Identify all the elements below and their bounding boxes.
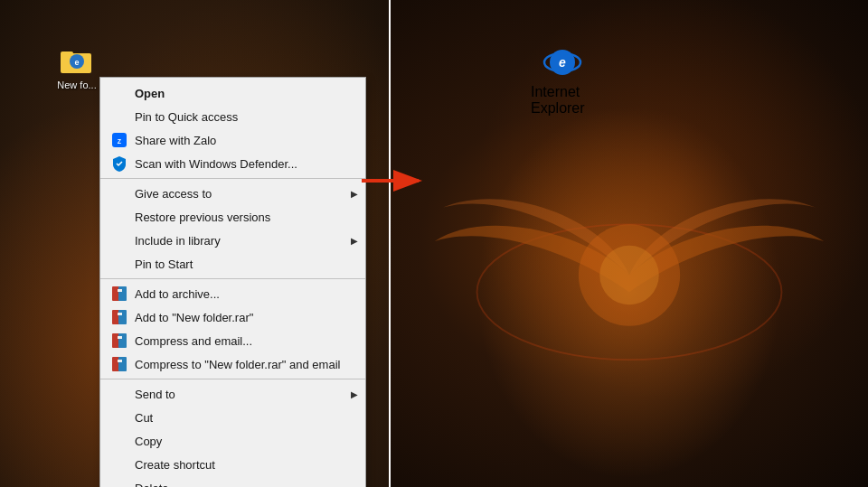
ie-icon-label: Internet Explorer	[531, 84, 594, 117]
menu-item-restore-versions[interactable]: Restore previous versions	[100, 205, 365, 229]
transition-arrow	[357, 167, 429, 194]
menu-item-add-new-folder-rar[interactable]: Add to "New folder.rar"	[100, 305, 365, 329]
library-icon	[111, 232, 127, 248]
svg-rect-8	[118, 289, 122, 292]
menu-item-delete[interactable]: Delete	[100, 476, 365, 487]
winrar-icon-4	[111, 356, 127, 372]
svg-rect-13	[118, 333, 127, 348]
winrar-icon-1	[111, 286, 127, 302]
context-menu: Open Pin to Quick access Z Share with Za…	[99, 77, 366, 487]
submenu-arrow-2: ▶	[351, 236, 358, 246]
folder-icon-label: New fo...	[57, 80, 96, 91]
separator-3	[100, 379, 365, 379]
menu-item-pin-start[interactable]: Pin to Start	[100, 252, 365, 276]
menu-item-share-zalo[interactable]: Z Share with Zalo	[100, 128, 365, 152]
winrar-icon-3	[111, 332, 127, 349]
svg-text:Z: Z	[118, 138, 122, 145]
menu-item-include-library[interactable]: Include in library ▶	[100, 229, 365, 252]
copy-icon	[111, 433, 127, 449]
menu-item-create-shortcut[interactable]: Create shortcut	[100, 453, 365, 476]
svg-rect-7	[118, 286, 127, 301]
svg-rect-1	[61, 52, 73, 57]
menu-item-copy[interactable]: Copy	[100, 429, 365, 453]
menu-item-scan-defender[interactable]: Scan with Windows Defender...	[100, 152, 365, 175]
defender-icon	[111, 155, 127, 172]
svg-rect-14	[118, 336, 122, 339]
svg-text:e: e	[559, 55, 566, 70]
shortcut-icon	[111, 456, 127, 473]
winrar-icon-2	[111, 309, 127, 325]
menu-item-cut[interactable]: Cut	[100, 406, 365, 429]
menu-item-compress-email[interactable]: Compress and email...	[100, 329, 365, 352]
internet-explorer-desktop-icon[interactable]: e Internet Explorer	[531, 41, 594, 117]
left-desktop-panel: e New fo... Open Pin to Quick access Z S…	[0, 0, 389, 487]
restore-icon	[111, 209, 127, 225]
start-pin-icon	[111, 256, 127, 272]
menu-item-open[interactable]: Open	[100, 81, 365, 105]
menu-item-send-to[interactable]: Send to ▶	[100, 382, 365, 406]
menu-item-add-archive[interactable]: Add to archive...	[100, 282, 365, 305]
svg-rect-16	[118, 357, 127, 371]
send-to-icon	[111, 386, 127, 402]
cut-icon	[111, 409, 127, 426]
pin-icon	[111, 108, 127, 125]
open-icon	[111, 85, 127, 101]
svg-text:e: e	[74, 58, 79, 67]
svg-rect-17	[118, 360, 122, 362]
give-access-icon	[111, 185, 127, 201]
separator-2	[100, 278, 365, 279]
menu-item-give-access[interactable]: Give access to ▶	[100, 182, 365, 205]
zalo-icon: Z	[111, 132, 127, 148]
svg-rect-10	[118, 310, 127, 324]
menu-item-compress-new-email[interactable]: Compress to "New folder.rar" and email	[100, 352, 365, 376]
submenu-arrow-3: ▶	[351, 389, 358, 399]
svg-rect-11	[118, 313, 122, 315]
right-desktop-panel: e Internet Explorer	[391, 0, 868, 487]
svg-point-22	[599, 246, 659, 305]
menu-item-pin-quick-access[interactable]: Pin to Quick access	[100, 105, 365, 128]
delete-icon	[111, 480, 127, 487]
separator-1	[100, 178, 365, 179]
